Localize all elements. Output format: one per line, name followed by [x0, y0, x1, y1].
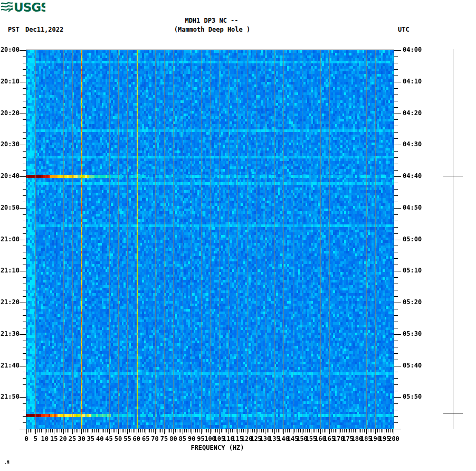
frequency-tick-label: 55	[123, 435, 131, 442]
frequency-tick-label: 20	[59, 435, 66, 442]
frequency-tick-label: 85	[179, 435, 186, 442]
utc-time-tick-label: 04:00	[403, 46, 422, 53]
frequency-tick-label: 45	[105, 435, 112, 442]
utc-time-tick-label: 04:50	[403, 204, 422, 211]
utc-time-tick-label: 04:10	[403, 78, 422, 85]
frequency-tick-label: 80	[169, 435, 177, 442]
pst-time-tick-label: 21:00	[0, 236, 20, 243]
frequency-tick-label: 95	[197, 435, 204, 442]
pst-time-tick-label: 20:30	[0, 140, 20, 148]
pst-time-tick-label: 20:50	[0, 204, 20, 211]
spectrogram-page: { "header": { "logo_text": "USGS", "time…	[0, 0, 476, 471]
pst-time-tick-label: 20:00	[0, 46, 20, 53]
pst-time-tick-label: 21:30	[0, 330, 20, 337]
pst-time-tick-label: 21:10	[0, 267, 20, 274]
frequency-tick-label: 30	[78, 435, 85, 442]
utc-time-tick-label: 05:10	[403, 267, 422, 274]
utc-time-tick-label: 05:20	[403, 298, 422, 306]
frequency-axis-title: FREQUENCY (HZ)	[191, 444, 244, 451]
utc-time-tick-label: 04:20	[403, 109, 422, 117]
frequency-tick-label: 35	[87, 435, 94, 442]
utc-time-tick-label: 04:40	[403, 172, 422, 180]
pst-time-tick-label: 21:20	[0, 298, 20, 306]
frequency-tick-label: 25	[69, 435, 76, 442]
frequency-tick-label: 70	[151, 435, 158, 442]
frequency-tick-label: 65	[142, 435, 149, 442]
frequency-tick-label: 15	[50, 435, 58, 442]
pst-time-tick-label: 21:50	[0, 393, 20, 400]
pst-time-tick-label: 20:40	[0, 172, 20, 180]
frequency-tick-label: 0	[24, 435, 28, 442]
frequency-tick-label: 40	[96, 435, 103, 442]
frequency-tick-label: 90	[188, 435, 195, 442]
pst-time-tick-label: 20:20	[0, 109, 20, 117]
frequency-tick-label: 200	[388, 435, 399, 442]
utc-time-tick-label: 05:00	[403, 236, 422, 243]
frequency-tick-label: 10	[41, 435, 49, 442]
pst-time-tick-label: 21:40	[0, 362, 20, 369]
utc-time-tick-label: 04:30	[403, 140, 422, 148]
frequency-tick-label: 50	[115, 435, 122, 442]
frequency-tick-label: 75	[160, 435, 168, 442]
frequency-tick-label: 5	[34, 435, 37, 442]
frequency-tick-label: 60	[133, 435, 140, 442]
footnote: .M	[4, 460, 9, 465]
pst-time-tick-label: 20:10	[0, 78, 20, 85]
utc-time-tick-label: 05:30	[403, 330, 422, 337]
utc-time-tick-label: 05:50	[403, 393, 422, 400]
utc-time-tick-label: 05:40	[403, 362, 422, 369]
